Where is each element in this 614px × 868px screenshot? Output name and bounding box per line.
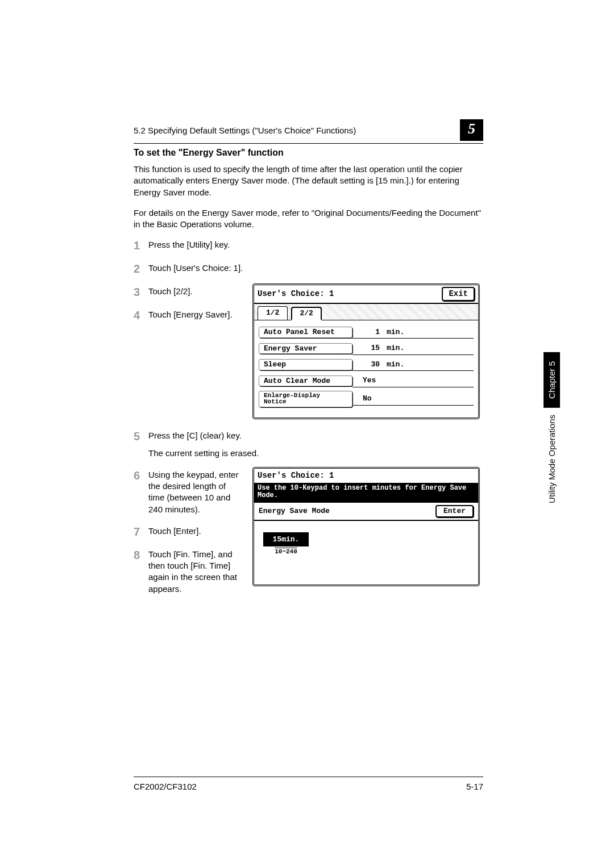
auto-clear-mode-button[interactable]: Auto Clear Mode: [259, 375, 352, 387]
footer-model: CF2002/CF3102: [134, 782, 197, 791]
enlarge-display-notice-button[interactable]: Enlarge-Display Notice: [259, 391, 352, 407]
footer-page-number: 5-17: [466, 782, 483, 791]
setting-row: Energy Saver 15min.: [259, 342, 474, 355]
setting-row: Sleep 30min.: [259, 358, 474, 372]
enter-button[interactable]: Enter: [435, 505, 474, 518]
lcd-title: User's Choice: 1: [258, 289, 334, 299]
lcd-screen-energy-save-mode: User's Choice: 1 Use the 10-Keypad to in…: [252, 467, 480, 586]
side-tab-chapter: Chapter 5: [544, 352, 560, 408]
step-1: Press the [Utility] key.: [134, 239, 483, 252]
mode-label: Energy Save Mode: [259, 506, 330, 516]
energy-saver-button[interactable]: Energy Saver: [259, 343, 352, 354]
intro-paragraph-1: This function is used to specify the len…: [134, 164, 483, 198]
intro-paragraph-2: For details on the Energy Saver mode, re…: [134, 207, 483, 231]
chapter-number-box: 5: [460, 119, 483, 141]
setting-row: Enlarge-Display Notice No: [259, 391, 474, 407]
page-footer: CF2002/CF3102 5-17: [134, 777, 483, 791]
section-path: 5.2 Specifying Default Settings ("User's…: [134, 126, 356, 135]
tab-1-of-2[interactable]: 1/2: [258, 306, 288, 320]
minute-value: 15min.: [263, 532, 309, 547]
range-hint: 10~240: [263, 548, 309, 556]
lcd-header: User's Choice: 1: [254, 469, 478, 483]
lcd-instruction-message: Use the 10-Keypad to insert minutes for …: [254, 483, 478, 502]
page: 5.2 Specifying Default Settings ("User's…: [0, 0, 614, 868]
tab-2-of-2[interactable]: 2/2: [291, 307, 321, 320]
lcd-mode-row: Energy Save Mode Enter: [254, 502, 478, 521]
auto-panel-reset-button[interactable]: Auto Panel Reset: [259, 327, 352, 338]
step-6: Using the keypad, enter the desired leng…: [134, 469, 483, 515]
value-display: 15min. 10~240: [263, 532, 309, 556]
procedure-steps: Press the [Utility] key. Touch [User's C…: [134, 239, 483, 595]
lcd-header: User's Choice: 1 Exit: [254, 285, 478, 304]
lcd-title: User's Choice: 1: [258, 470, 334, 481]
setting-row: Auto Panel Reset 1min.: [259, 326, 474, 339]
content-area: To set the "Energy Saver" function This …: [134, 148, 483, 605]
sleep-button[interactable]: Sleep: [259, 359, 352, 370]
step-5: Press the [C] (clear) key. The current s…: [134, 430, 483, 459]
subsection-heading: To set the "Energy Saver" function: [134, 148, 483, 158]
lcd-tabs: 1/2 2/2: [254, 304, 478, 320]
setting-row: Auto Clear Mode Yes: [259, 374, 474, 387]
page-header: 5.2 Specifying Default Settings ("User's…: [134, 119, 483, 144]
lcd-settings-list: Auto Panel Reset 1min. Energy Saver 15mi…: [254, 320, 478, 418]
lcd-screen-users-choice: User's Choice: 1 Exit 1/2 2/2 Auto Panel…: [252, 283, 480, 419]
step-2: Touch [User's Choice: 1].: [134, 262, 483, 276]
exit-button[interactable]: Exit: [442, 287, 475, 301]
step-3: Touch [2/2]. User's Choice: 1 Exit 1/2 2…: [134, 286, 483, 299]
side-tab-section: Utility Mode Operations: [545, 409, 558, 509]
